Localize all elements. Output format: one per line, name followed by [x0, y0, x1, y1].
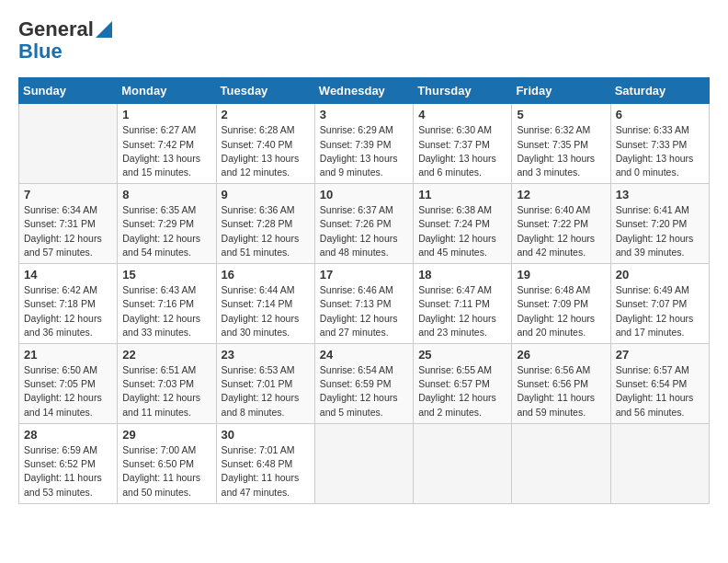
calendar-week-row: 14Sunrise: 6:42 AMSunset: 7:18 PMDayligh… [19, 264, 710, 344]
day-number: 16 [222, 268, 310, 282]
calendar-day-cell: 10Sunrise: 6:37 AMSunset: 7:26 PMDayligh… [314, 184, 413, 264]
calendar-day-cell: 21Sunrise: 6:50 AMSunset: 7:05 PMDayligh… [19, 344, 118, 424]
calendar-week-row: 1Sunrise: 6:27 AMSunset: 7:42 PMDaylight… [19, 104, 710, 184]
calendar-day-cell: 15Sunrise: 6:43 AMSunset: 7:16 PMDayligh… [118, 264, 216, 344]
calendar-day-cell [414, 423, 512, 503]
day-detail: Sunrise: 6:36 AMSunset: 7:28 PMDaylight:… [222, 203, 310, 259]
calendar-header-row: SundayMondayTuesdayWednesdayThursdayFrid… [19, 78, 710, 104]
calendar-week-row: 28Sunrise: 6:59 AMSunset: 6:52 PMDayligh… [19, 423, 710, 503]
day-detail: Sunrise: 6:54 AMSunset: 6:59 PMDaylight:… [320, 363, 408, 419]
day-detail: Sunrise: 6:29 AMSunset: 7:39 PMDaylight:… [320, 123, 408, 179]
day-detail: Sunrise: 6:53 AMSunset: 7:01 PMDaylight:… [222, 363, 310, 419]
day-detail: Sunrise: 6:56 AMSunset: 6:56 PMDaylight:… [517, 363, 605, 419]
calendar-day-cell [314, 423, 413, 503]
calendar-day-cell: 5Sunrise: 6:32 AMSunset: 7:35 PMDaylight… [512, 104, 610, 184]
day-number: 13 [616, 188, 704, 201]
day-detail: Sunrise: 6:46 AMSunset: 7:13 PMDaylight:… [320, 283, 408, 339]
day-detail: Sunrise: 6:27 AMSunset: 7:42 PMDaylight:… [122, 123, 210, 179]
calendar-day-cell: 24Sunrise: 6:54 AMSunset: 6:59 PMDayligh… [314, 344, 413, 424]
calendar-day-cell: 16Sunrise: 6:44 AMSunset: 7:14 PMDayligh… [216, 264, 314, 344]
day-number: 18 [418, 268, 506, 282]
calendar-day-cell: 25Sunrise: 6:55 AMSunset: 6:57 PMDayligh… [414, 344, 512, 424]
day-number: 4 [418, 108, 506, 121]
calendar-day-cell [19, 104, 118, 184]
day-number: 28 [24, 428, 112, 442]
page-header: General Blue [18, 18, 710, 63]
calendar-day-cell [610, 423, 709, 503]
day-detail: Sunrise: 6:57 AMSunset: 6:54 PMDaylight:… [616, 363, 704, 419]
calendar-day-cell: 18Sunrise: 6:47 AMSunset: 7:11 PMDayligh… [414, 264, 512, 344]
logo-blue: Blue [18, 40, 63, 63]
day-number: 21 [24, 348, 112, 362]
day-number: 22 [122, 348, 210, 362]
day-detail: Sunrise: 6:43 AMSunset: 7:16 PMDaylight:… [122, 283, 210, 339]
day-number: 30 [222, 428, 310, 442]
logo-arrow-icon [96, 21, 112, 38]
calendar-day-cell: 1Sunrise: 6:27 AMSunset: 7:42 PMDaylight… [118, 104, 216, 184]
calendar-day-cell: 9Sunrise: 6:36 AMSunset: 7:28 PMDaylight… [216, 184, 314, 264]
weekday-header: Saturday [610, 78, 709, 104]
day-detail: Sunrise: 6:33 AMSunset: 7:33 PMDaylight:… [616, 123, 704, 179]
day-detail: Sunrise: 6:44 AMSunset: 7:14 PMDaylight:… [222, 283, 310, 339]
day-detail: Sunrise: 6:48 AMSunset: 7:09 PMDaylight:… [517, 283, 605, 339]
day-number: 6 [616, 108, 704, 121]
calendar-day-cell: 13Sunrise: 6:41 AMSunset: 7:20 PMDayligh… [610, 184, 709, 264]
calendar-day-cell: 8Sunrise: 6:35 AMSunset: 7:29 PMDaylight… [118, 184, 216, 264]
day-detail: Sunrise: 6:55 AMSunset: 6:57 PMDaylight:… [418, 363, 506, 419]
calendar-day-cell: 6Sunrise: 6:33 AMSunset: 7:33 PMDaylight… [610, 104, 709, 184]
calendar-day-cell: 20Sunrise: 6:49 AMSunset: 7:07 PMDayligh… [610, 264, 709, 344]
day-detail: Sunrise: 6:30 AMSunset: 7:37 PMDaylight:… [418, 123, 506, 179]
weekday-header: Wednesday [314, 78, 413, 104]
day-detail: Sunrise: 7:01 AMSunset: 6:48 PMDaylight:… [222, 443, 310, 500]
day-detail: Sunrise: 6:50 AMSunset: 7:05 PMDaylight:… [24, 363, 112, 419]
day-number: 27 [616, 348, 704, 362]
calendar-day-cell: 19Sunrise: 6:48 AMSunset: 7:09 PMDayligh… [512, 264, 610, 344]
day-number: 23 [222, 348, 310, 362]
day-detail: Sunrise: 6:32 AMSunset: 7:35 PMDaylight:… [517, 123, 605, 179]
day-detail: Sunrise: 6:51 AMSunset: 7:03 PMDaylight:… [122, 363, 210, 419]
day-number: 3 [320, 108, 408, 121]
calendar-day-cell: 28Sunrise: 6:59 AMSunset: 6:52 PMDayligh… [19, 423, 118, 503]
day-detail: Sunrise: 6:38 AMSunset: 7:24 PMDaylight:… [418, 203, 506, 259]
day-number: 26 [517, 348, 605, 362]
calendar-day-cell: 7Sunrise: 6:34 AMSunset: 7:31 PMDaylight… [19, 184, 118, 264]
day-number: 12 [517, 188, 605, 201]
day-detail: Sunrise: 6:37 AMSunset: 7:26 PMDaylight:… [320, 203, 408, 259]
calendar-day-cell: 14Sunrise: 6:42 AMSunset: 7:18 PMDayligh… [19, 264, 118, 344]
calendar-day-cell: 3Sunrise: 6:29 AMSunset: 7:39 PMDaylight… [314, 104, 413, 184]
logo: General Blue [18, 18, 112, 63]
calendar-day-cell: 29Sunrise: 7:00 AMSunset: 6:50 PMDayligh… [118, 423, 216, 503]
day-number: 14 [24, 268, 112, 282]
day-number: 19 [517, 268, 605, 282]
day-detail: Sunrise: 6:47 AMSunset: 7:11 PMDaylight:… [418, 283, 506, 339]
calendar-week-row: 21Sunrise: 6:50 AMSunset: 7:05 PMDayligh… [19, 344, 710, 424]
calendar-day-cell: 12Sunrise: 6:40 AMSunset: 7:22 PMDayligh… [512, 184, 610, 264]
calendar-day-cell: 4Sunrise: 6:30 AMSunset: 7:37 PMDaylight… [414, 104, 512, 184]
day-detail: Sunrise: 6:35 AMSunset: 7:29 PMDaylight:… [122, 203, 210, 259]
logo-general: General [18, 18, 94, 40]
day-number: 9 [222, 188, 310, 201]
calendar-day-cell: 11Sunrise: 6:38 AMSunset: 7:24 PMDayligh… [414, 184, 512, 264]
calendar-day-cell: 2Sunrise: 6:28 AMSunset: 7:40 PMDaylight… [216, 104, 314, 184]
day-detail: Sunrise: 7:00 AMSunset: 6:50 PMDaylight:… [122, 443, 210, 500]
weekday-header: Monday [118, 78, 216, 104]
calendar-day-cell: 26Sunrise: 6:56 AMSunset: 6:56 PMDayligh… [512, 344, 610, 424]
calendar-day-cell: 30Sunrise: 7:01 AMSunset: 6:48 PMDayligh… [216, 423, 314, 503]
day-detail: Sunrise: 6:28 AMSunset: 7:40 PMDaylight:… [222, 123, 310, 179]
weekday-header: Thursday [414, 78, 512, 104]
day-number: 5 [517, 108, 605, 121]
weekday-header: Sunday [19, 78, 118, 104]
calendar-day-cell [512, 423, 610, 503]
calendar-day-cell: 22Sunrise: 6:51 AMSunset: 7:03 PMDayligh… [118, 344, 216, 424]
day-number: 29 [122, 428, 210, 442]
day-detail: Sunrise: 6:40 AMSunset: 7:22 PMDaylight:… [517, 203, 605, 259]
calendar-day-cell: 17Sunrise: 6:46 AMSunset: 7:13 PMDayligh… [314, 264, 413, 344]
day-number: 1 [122, 108, 210, 121]
day-detail: Sunrise: 6:41 AMSunset: 7:20 PMDaylight:… [616, 203, 704, 259]
day-number: 10 [320, 188, 408, 201]
day-detail: Sunrise: 6:49 AMSunset: 7:07 PMDaylight:… [616, 283, 704, 339]
day-number: 25 [418, 348, 506, 362]
day-number: 2 [222, 108, 310, 121]
calendar-day-cell: 23Sunrise: 6:53 AMSunset: 7:01 PMDayligh… [216, 344, 314, 424]
day-number: 15 [122, 268, 210, 282]
